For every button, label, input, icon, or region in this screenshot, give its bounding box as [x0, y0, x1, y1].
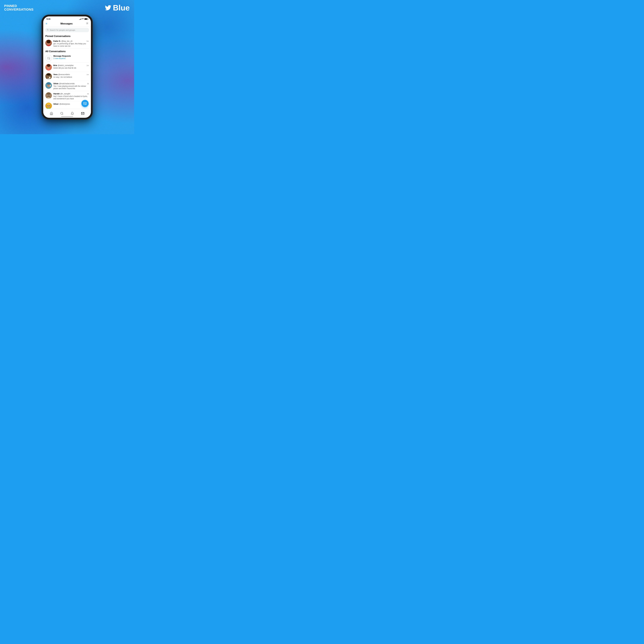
svg-point-41 [49, 95, 50, 95]
svg-point-40 [48, 95, 48, 95]
svg-point-52 [49, 105, 50, 106]
conv-handle-harold: @h_wang84 [60, 93, 70, 95]
messages-title: Messages [61, 22, 73, 25]
conv-handle-katie: @kay_tee_oh [61, 40, 72, 42]
messages-header: ≡ Messages [43, 21, 91, 27]
svg-point-25 [49, 76, 50, 76]
conversation-vera[interactable]: Vera @veracordeiro 1m no way, I do not b… [43, 72, 91, 81]
avatar-katie [45, 40, 52, 46]
svg-point-37 [47, 92, 51, 95]
phone-screen: 9:15 [43, 16, 91, 118]
signal-icon [79, 18, 81, 20]
home-indicator [61, 116, 73, 117]
svg-rect-49 [48, 107, 49, 108]
all-section-header: All Conversations [43, 49, 91, 54]
wifi-icon [82, 18, 84, 20]
menu-icon[interactable]: ≡ [46, 22, 47, 25]
svg-point-0 [87, 23, 88, 24]
conversation-harold[interactable]: Harold @h_wang84 4d hey! I have a friend… [43, 91, 91, 101]
search-icon [47, 29, 49, 31]
conv-name-vera: Vera [53, 73, 57, 76]
avatar-vera [45, 73, 52, 80]
conv-name-brie: Brie [53, 64, 57, 66]
svg-point-1 [47, 29, 48, 30]
phone-container: 9:15 [42, 15, 92, 119]
svg-rect-38 [48, 97, 49, 97]
svg-point-51 [48, 105, 48, 106]
avatar-silver [45, 103, 52, 109]
twitter-blue-logo: Blue [104, 3, 130, 12]
avatar-harold [45, 92, 52, 99]
battery-icon [84, 18, 88, 20]
conversation-katie[interactable]: Katie O. @kay_tee_oh 5m girl, i'm perfor… [43, 38, 91, 49]
message-request-icon [45, 55, 52, 61]
tab-search[interactable] [59, 110, 65, 117]
conv-handle-brie: @sktch_comedyfan [58, 64, 74, 66]
status-time: 9:15 [47, 18, 50, 20]
conv-info-vera: Vera @veracordeiro 1m no way, I do not b… [53, 73, 89, 78]
svg-point-9 [49, 42, 49, 43]
conv-time-katie: 5m [87, 40, 89, 42]
conv-name-silvie: Silvie [53, 82, 58, 85]
search-bar[interactable]: Search for people and groups [45, 28, 89, 32]
message-requests-item[interactable]: Message Requests 3 new requests [43, 54, 91, 63]
tab-notifications[interactable] [69, 110, 76, 117]
svg-point-14 [47, 64, 50, 67]
svg-point-29 [47, 82, 51, 85]
conv-preview-katie: girl, i'm performing at 9pm, this friday… [53, 43, 89, 47]
conv-name-harold: Harold [53, 93, 59, 95]
tab-home[interactable] [48, 110, 55, 117]
conv-preview-harold: hey! I have a friend who's headed to Kyo… [53, 95, 89, 100]
msg-request-count: 3 new requests [53, 57, 89, 59]
conv-time-brie: 1m [87, 65, 89, 66]
conversation-silvie[interactable]: Silvie @matchadacomida 3d You: I was pla… [43, 81, 91, 91]
svg-line-2 [48, 30, 48, 30]
conv-time-harold: 4d [87, 93, 89, 95]
svg-rect-7 [48, 44, 49, 45]
svg-rect-22 [48, 78, 49, 78]
conv-preview-silvie: You: I was playing around with the stick… [53, 85, 89, 90]
blue-text: Blue [113, 3, 130, 12]
conversation-brie[interactable]: Brie @sktch_comedyfan 1m lololol did you… [43, 63, 91, 72]
conv-preview-brie: lololol did you see that tik tok [53, 67, 86, 69]
avatar-silvie [45, 82, 52, 89]
svg-point-33 [49, 85, 50, 85]
status-bar: 9:15 [43, 16, 91, 21]
twitter-bird-icon [104, 5, 112, 11]
svg-point-5 [47, 41, 51, 43]
svg-rect-53 [84, 102, 86, 105]
svg-point-55 [61, 112, 63, 114]
conv-info-silvie: Silvie @matchadacomida 3d You: I was pla… [53, 82, 89, 90]
conv-preview-vera: no way, I do not believe [53, 76, 86, 78]
svg-point-17 [48, 67, 48, 67]
svg-rect-30 [48, 87, 49, 87]
conv-info-katie: Katie O. @kay_tee_oh 5m girl, i'm perfor… [53, 40, 89, 47]
status-icons [79, 18, 88, 20]
svg-point-24 [48, 76, 48, 76]
conv-handle-silvie: @matchadacomida [59, 83, 75, 85]
conv-handle-vera: @veracordeiro [58, 73, 70, 76]
conv-time-silvie: 3d [87, 83, 89, 85]
conv-info-brie: Brie @sktch_comedyfan 1m lololol did you… [53, 64, 89, 69]
pinned-section-header: Pinned Conversations [43, 33, 91, 38]
search-placeholder: Search for people and groups [50, 29, 75, 31]
pinned-conversations-label: PINNED CONVERSATIONS [4, 4, 34, 11]
conv-info-harold: Harold @h_wang84 4d hey! I have a friend… [53, 92, 89, 100]
svg-rect-26 [49, 77, 50, 78]
svg-line-56 [62, 114, 63, 115]
gear-icon[interactable] [86, 22, 89, 25]
conv-time-vera: 1m [87, 74, 89, 75]
conv-info-requests: Message Requests 3 new requests [53, 55, 89, 59]
svg-point-8 [48, 42, 48, 43]
messages-content[interactable]: Pinned Conversations [43, 33, 91, 111]
svg-rect-15 [48, 68, 49, 69]
msg-request-name: Message Requests [53, 55, 89, 57]
conv-handle-silver: @siilverjones [59, 103, 70, 105]
phone-frame: 9:15 [42, 15, 92, 119]
compose-fab[interactable] [81, 100, 89, 107]
svg-point-32 [48, 85, 48, 85]
tab-messages[interactable] [79, 110, 86, 117]
svg-point-18 [49, 67, 50, 67]
conv-name-silver: Silver [53, 103, 59, 105]
avatar-brie [45, 64, 52, 71]
